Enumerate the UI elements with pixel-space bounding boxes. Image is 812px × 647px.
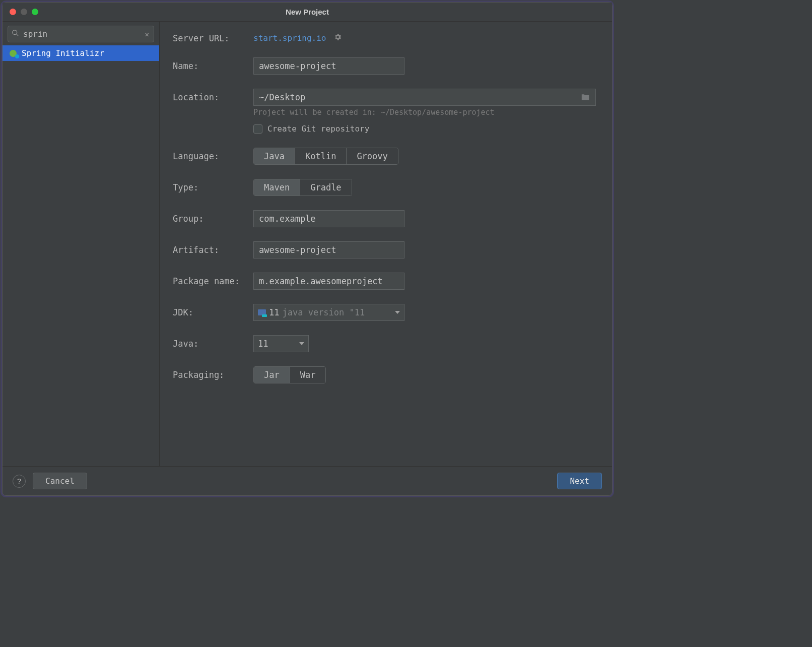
group-input[interactable] xyxy=(253,210,404,227)
type-segmented: MavenGradle xyxy=(253,179,352,196)
window-controls xyxy=(3,9,38,15)
sidebar-item-label: Spring Initializr xyxy=(22,48,104,58)
packaging-option-war[interactable]: War xyxy=(290,367,326,383)
jdk-value: 11 xyxy=(269,307,279,317)
dialog-footer: ? Cancel Next xyxy=(3,466,612,495)
chevron-down-icon xyxy=(395,311,400,314)
jdk-label: JDK: xyxy=(173,307,253,317)
titlebar: New Project xyxy=(3,3,612,22)
server-url-link[interactable]: start.spring.io xyxy=(253,33,326,43)
generator-sidebar: ✕ Spring Initializr xyxy=(3,22,160,466)
type-option-maven[interactable]: Maven xyxy=(254,179,300,196)
window-title: New Project xyxy=(3,8,612,16)
new-project-dialog: New Project ✕ Spring Initializr Server U… xyxy=(2,2,613,496)
clear-search-icon[interactable]: ✕ xyxy=(145,30,149,38)
packaging-label: Packaging: xyxy=(173,370,253,380)
package-input[interactable] xyxy=(253,273,404,290)
group-label: Group: xyxy=(173,214,253,224)
generator-search-input[interactable] xyxy=(8,26,154,42)
language-option-java[interactable]: Java xyxy=(254,148,295,164)
jdk-select[interactable]: 11 java version "11 xyxy=(253,304,404,321)
git-checkbox-label: Create Git repository xyxy=(267,124,369,134)
help-button[interactable]: ? xyxy=(13,475,26,488)
packaging-segmented: JarWar xyxy=(253,366,326,383)
language-segmented: JavaKotlinGroovy xyxy=(253,148,398,165)
language-option-groovy[interactable]: Groovy xyxy=(347,148,397,164)
type-option-gradle[interactable]: Gradle xyxy=(300,179,351,196)
minimize-window-button[interactable] xyxy=(21,9,27,15)
chevron-down-icon xyxy=(299,342,304,345)
type-label: Type: xyxy=(173,182,253,192)
language-label: Language: xyxy=(173,151,253,161)
git-checkbox[interactable] xyxy=(253,124,262,134)
location-label: Location: xyxy=(173,92,253,102)
spring-icon xyxy=(10,49,18,57)
java-value: 11 xyxy=(258,339,268,349)
artifact-label: Artifact: xyxy=(173,245,253,255)
language-option-kotlin[interactable]: Kotlin xyxy=(295,148,347,164)
packaging-option-jar[interactable]: Jar xyxy=(254,367,290,383)
java-select[interactable]: 11 xyxy=(253,335,309,352)
browse-folder-icon[interactable] xyxy=(580,92,590,103)
location-hint: Project will be created in: ~/Desktop/aw… xyxy=(253,108,598,117)
gear-icon[interactable] xyxy=(333,33,342,43)
close-window-button[interactable] xyxy=(10,9,16,15)
sidebar-item-spring-initializr[interactable]: Spring Initializr xyxy=(3,45,159,61)
jdk-detail: java version "11 xyxy=(282,307,365,317)
name-label: Name: xyxy=(173,61,253,71)
zoom-window-button[interactable] xyxy=(32,9,38,15)
location-input[interactable] xyxy=(254,89,580,105)
artifact-input[interactable] xyxy=(253,241,404,258)
jdk-folder-icon xyxy=(258,309,266,315)
form-panel: Server URL: start.spring.io Name: Locati… xyxy=(160,22,612,466)
package-label: Package name: xyxy=(173,276,253,286)
name-input[interactable] xyxy=(253,57,404,75)
java-label: Java: xyxy=(173,339,253,349)
next-button[interactable]: Next xyxy=(557,473,602,489)
server-url-label: Server URL: xyxy=(173,33,253,43)
cancel-button[interactable]: Cancel xyxy=(33,473,87,489)
